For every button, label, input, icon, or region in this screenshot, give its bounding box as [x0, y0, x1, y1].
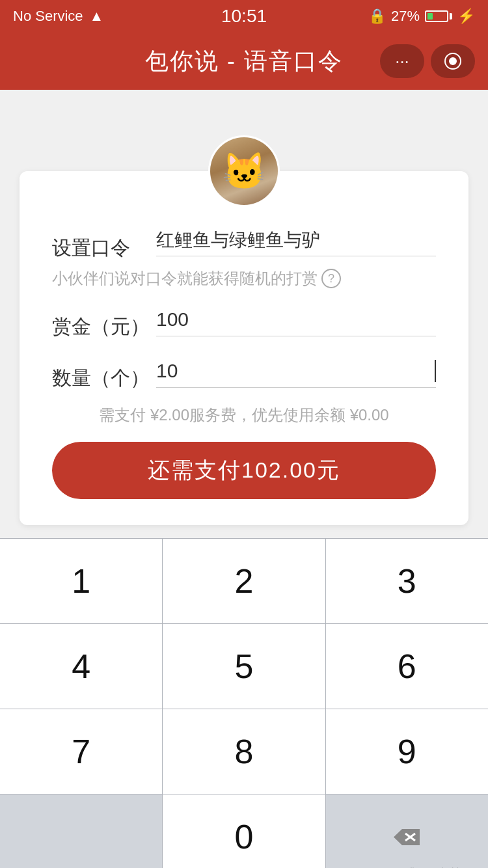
- pay-button[interactable]: 还需支付102.00元: [52, 442, 436, 499]
- numpad-row-4: 0 jingyan.baidu.com: [0, 794, 488, 868]
- bounty-label: 赏金（元）: [52, 308, 156, 340]
- numpad: 1 2 3 4 5 6 7 8 9 0 jingyan.baidu.com: [0, 538, 488, 868]
- quantity-input[interactable]: [156, 360, 436, 382]
- more-button[interactable]: ···: [380, 44, 424, 78]
- password-row: 设置口令: [52, 230, 436, 262]
- numpad-key-9[interactable]: 9: [326, 709, 488, 794]
- password-label: 设置口令: [52, 230, 156, 262]
- numpad-key-2[interactable]: 2: [163, 539, 325, 623]
- password-input[interactable]: [156, 230, 436, 251]
- numpad-key-empty: [0, 794, 163, 868]
- battery-icon: [425, 10, 452, 22]
- app-title: 包你说 - 语音口令: [145, 46, 343, 77]
- numpad-key-3[interactable]: 3: [326, 539, 488, 623]
- record-button[interactable]: [431, 44, 475, 78]
- record-icon: [443, 51, 463, 71]
- service-fee-note: 需支付 ¥2.00服务费，优先使用余额 ¥0.00: [52, 405, 436, 426]
- numpad-key-0[interactable]: 0: [163, 794, 325, 868]
- wifi-icon: ▲: [90, 8, 104, 25]
- bounty-row: 赏金（元）: [52, 308, 436, 340]
- numpad-key-1[interactable]: 1: [0, 539, 163, 623]
- delete-icon: [390, 826, 423, 848]
- quantity-label: 数量（个）: [52, 360, 156, 392]
- numpad-row-3: 7 8 9: [0, 709, 488, 794]
- hint-text: 小伙伴们说对口令就能获得随机的打赏 ?: [52, 268, 436, 289]
- numpad-row-1: 1 2 3: [0, 538, 488, 623]
- status-bar: No Service ▲ 10:51 🔒 27% ⚡: [0, 0, 488, 33]
- bounty-input-wrap[interactable]: [156, 308, 436, 336]
- numpad-key-8[interactable]: 8: [163, 709, 325, 794]
- password-input-wrap[interactable]: [156, 230, 436, 256]
- svg-point-1: [449, 57, 457, 65]
- status-left: No Service ▲: [13, 8, 103, 25]
- numpad-key-6[interactable]: 6: [326, 624, 488, 709]
- header-actions: ···: [380, 44, 475, 78]
- numpad-key-7[interactable]: 7: [0, 709, 163, 794]
- quantity-input-wrap[interactable]: [156, 360, 436, 388]
- time-display: 10:51: [221, 6, 267, 27]
- numpad-row-2: 4 5 6: [0, 623, 488, 709]
- status-right: 🔒 27% ⚡: [368, 8, 475, 25]
- numpad-key-delete[interactable]: jingyan.baidu.com: [326, 794, 488, 868]
- app-header: 包你说 - 语音口令 ···: [0, 33, 488, 90]
- battery-percent: 27%: [391, 8, 420, 25]
- carrier-text: No Service: [13, 8, 83, 25]
- numpad-key-4[interactable]: 4: [0, 624, 163, 709]
- numpad-key-5[interactable]: 5: [163, 624, 325, 709]
- quantity-row: 数量（个）: [52, 360, 436, 392]
- charging-icon: ⚡: [457, 8, 475, 25]
- form-card: 设置口令 小伙伴们说对口令就能获得随机的打赏 ? 赏金（元） 数量（个）: [20, 171, 468, 525]
- hint-icon: ?: [321, 269, 341, 288]
- avatar: 🐱: [208, 135, 280, 207]
- bounty-input[interactable]: [156, 308, 436, 331]
- lock-icon: 🔒: [368, 8, 386, 25]
